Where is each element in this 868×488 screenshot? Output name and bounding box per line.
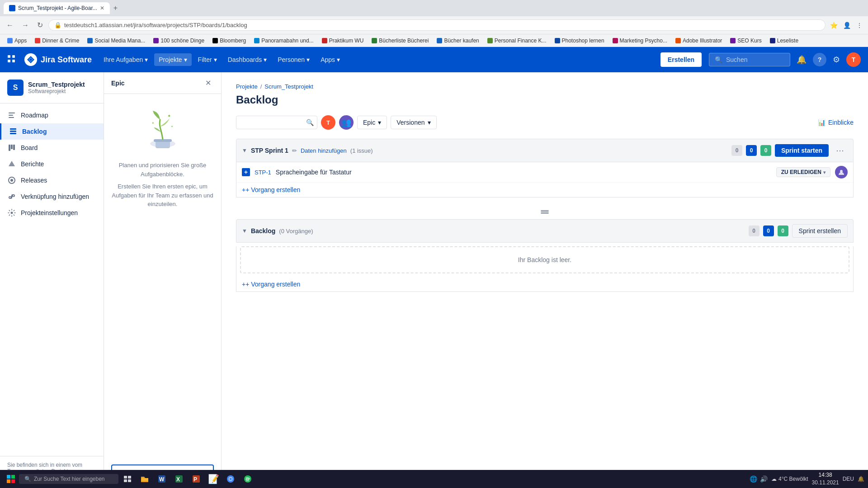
bookmark-marketing[interactable]: Marketing Psycho... — [609, 37, 671, 45]
bookmark-bloomberg[interactable]: Bloomberg — [209, 37, 250, 45]
bookmark-photoshop[interactable]: Photoshop lernen — [551, 37, 608, 45]
search-icon: 🔍 — [306, 119, 314, 126]
epic-illustration: ✦ ✦ ✦ — [140, 108, 185, 154]
sprint-start-button[interactable]: Sprint starten — [775, 144, 829, 157]
svg-text:W: W — [159, 476, 165, 483]
sidebar-item-backlog[interactable]: Backlog — [0, 123, 104, 140]
group-avatar-filter[interactable]: 👥 — [339, 115, 354, 130]
bookmark-marketing-icon — [613, 38, 618, 43]
epic-dropdown[interactable]: Epic ▾ — [357, 116, 387, 129]
notification-button[interactable]: 🔔 — [858, 476, 864, 482]
sidebar-item-berichte[interactable]: Berichte — [0, 156, 104, 172]
address-bar[interactable]: 🔒 testdeutsch1.atlassian.net/jira/softwa… — [48, 19, 826, 31]
einblicke-button[interactable]: 📊 Einblicke — [818, 119, 854, 126]
user-avatar[interactable]: T — [846, 52, 861, 67]
versionen-dropdown[interactable]: Versionen ▾ — [391, 116, 436, 129]
issue-key[interactable]: STP-1 — [255, 169, 271, 176]
bookmark-seo[interactable]: SEO Kurs — [726, 37, 765, 45]
backlog-section-body: Ihr Backlog ist leer. + + Vorgang erstel… — [236, 246, 854, 292]
bookmark-praktikum[interactable]: Praktikum WU — [318, 37, 368, 45]
plus-icon: + — [242, 186, 245, 193]
settings-icon — [7, 208, 16, 217]
sprint-section-header[interactable]: ▼ STP Sprint 1 ✏ Daten hinzufügen (1 iss… — [236, 139, 854, 162]
page-title: Backlog — [236, 94, 854, 106]
project-info: Scrum_Testprojekt Softwareprojekt — [28, 81, 85, 94]
sprint-add-issue[interactable]: + + Vorgang erstellen — [236, 183, 853, 197]
status-chevron-icon: ▾ — [823, 170, 826, 175]
bookmark-bucherliste[interactable]: Bücherliste Bücherei — [368, 37, 432, 45]
project-header: S Scrum_Testprojekt Softwareprojekt — [0, 72, 104, 103]
notifications-icon[interactable]: 🔔 — [794, 52, 809, 67]
create-button[interactable]: Erstellen — [660, 52, 702, 67]
taskbar-app-word[interactable]: W — [154, 471, 170, 487]
chevron-down-icon: ▾ — [428, 119, 431, 126]
search-input[interactable] — [236, 116, 317, 129]
epic-panel-header: Epic ✕ — [104, 72, 221, 94]
breadcrumb-project[interactable]: Scrum_Testprojekt — [264, 83, 313, 90]
nav-ihre-aufgaben[interactable]: Ihre Aufgaben ▾ — [99, 53, 152, 66]
menu-button[interactable]: ⋮ — [854, 20, 864, 31]
active-tab[interactable]: Scrum_Testprojekt - Agile-Boar... ✕ — [4, 2, 110, 14]
help-icon[interactable]: ? — [813, 53, 826, 66]
backlog-count-blue: 0 — [763, 225, 774, 236]
taskbar-app-excel[interactable]: X — [171, 471, 187, 487]
nav-personen[interactable]: Personen ▾ — [273, 53, 314, 66]
backlog-section-header[interactable]: ▼ Backlog (0 Vorgänge) 0 0 0 Sprint erst… — [236, 219, 854, 243]
svg-point-15 — [10, 179, 13, 182]
nav-projekte[interactable]: Projekte ▾ — [154, 53, 191, 66]
settings-icon[interactable]: ⚙ — [830, 52, 843, 67]
sidebar-label-board: Board — [21, 144, 38, 151]
sprint-more-button[interactable]: ⋯ — [832, 144, 848, 157]
profile-button[interactable]: 👤 — [841, 20, 853, 31]
nav-filter[interactable]: Filter ▾ — [193, 53, 222, 66]
user-avatar-filter[interactable]: T — [321, 115, 335, 130]
new-tab-button[interactable]: + — [113, 4, 118, 12]
start-button[interactable] — [4, 472, 18, 486]
nav-apps[interactable]: Apps ▾ — [316, 53, 344, 66]
nav-dashboards[interactable]: Dashboards ▾ — [223, 53, 272, 66]
forward-button[interactable]: → — [19, 19, 32, 31]
bookmark-100[interactable]: 100 schöne Dinge — [150, 37, 208, 45]
search-box[interactable]: 🔍 Suchen — [709, 53, 790, 66]
sidebar-item-projekteinstellungen[interactable]: Projekteinstellungen — [0, 205, 104, 221]
back-button[interactable]: ← — [4, 19, 16, 31]
taskbar-time-date: 14:38 30.11.2021 — [812, 471, 839, 487]
bookmark-leseliste[interactable]: Leseliste — [766, 37, 802, 45]
link-icon — [7, 192, 16, 201]
taskbar-app-powerpoint[interactable]: P — [188, 471, 204, 487]
taskbar-app-spotify[interactable] — [240, 471, 256, 487]
sprint-create-button[interactable]: Sprint erstellen — [792, 224, 848, 238]
taskbar-app-explorer[interactable] — [137, 471, 153, 487]
sidebar-item-verknupfung[interactable]: Verknüpfung hinzufügen — [0, 188, 104, 205]
bookmark-personal-finance[interactable]: Personal Finance K... — [484, 37, 550, 45]
bookmark-panorama[interactable]: Panoramabahn und... — [250, 37, 317, 45]
bookmark-adobe[interactable]: Adobe Illustrator — [672, 37, 726, 45]
bookmark-social[interactable]: Social Media Mana... — [84, 37, 149, 45]
taskbar-search[interactable]: 🔍 Zur Suche Text hier eingeben — [19, 474, 118, 484]
refresh-button[interactable]: ↻ — [34, 19, 46, 31]
epic-close-button[interactable]: ✕ — [203, 78, 214, 88]
jira-logo[interactable]: Jira Software — [24, 53, 92, 66]
edit-pencil-icon[interactable]: ✏ — [292, 147, 297, 154]
issue-status[interactable]: ZU ERLEDIGEN ▾ — [776, 167, 830, 177]
breadcrumb-projekte[interactable]: Projekte — [236, 83, 258, 90]
backlog-toggle-icon[interactable]: ▼ — [242, 228, 247, 234]
backlog-add-issue[interactable]: + + Vorgang erstellen — [236, 277, 853, 291]
sprint-toggle-icon[interactable]: ▼ — [242, 147, 247, 154]
sprint-edit-link[interactable]: Daten hinzufügen — [301, 147, 347, 154]
taskbar-app-5[interactable]: 📝 — [205, 471, 222, 487]
sidebar-item-releases[interactable]: Releases — [0, 172, 104, 188]
bookmark-apps[interactable]: Apps — [4, 37, 30, 45]
bookmark-bucher-kaufen[interactable]: Bücher kaufen — [433, 37, 482, 45]
sidebar-item-board[interactable]: Board — [0, 140, 104, 156]
taskbar-app-chrome[interactable] — [222, 471, 239, 487]
sidebar-item-roadmap[interactable]: Roadmap — [0, 107, 104, 123]
tab-close-icon[interactable]: ✕ — [100, 5, 104, 11]
releases-icon — [7, 176, 16, 185]
browser-nav-bar: ← → ↻ 🔒 testdeutsch1.atlassian.net/jira/… — [0, 16, 868, 34]
bookmark-dinner[interactable]: Dinner & Crime — [31, 37, 83, 45]
reports-icon — [7, 160, 16, 169]
taskbar-app-taskview[interactable] — [119, 471, 136, 487]
extensions-button[interactable]: ⭐ — [828, 20, 840, 31]
grid-menu-icon[interactable] — [7, 55, 15, 65]
